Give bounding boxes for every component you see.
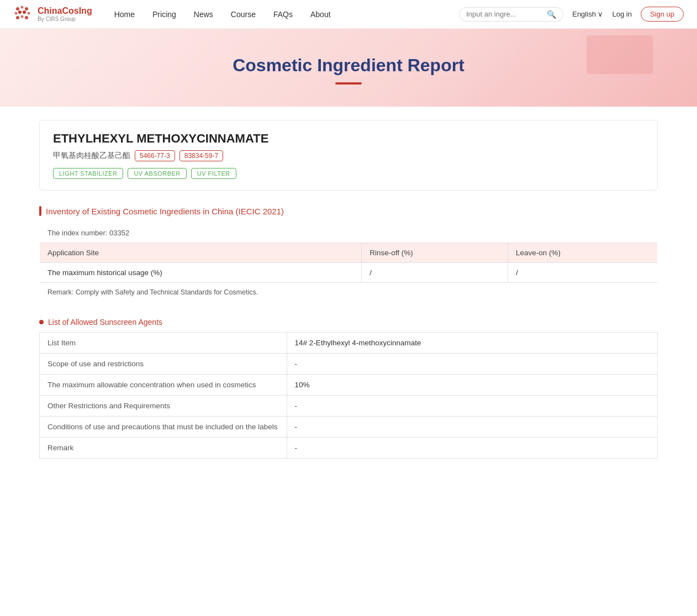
cas-badge-2: 83834-59-7 [179,150,223,161]
iecic-row1-rinseoff: / [362,263,508,283]
iecic-header-row: Application Site Rinse-off (%) Leave-on … [40,243,658,263]
tag-uv-absorber: UV ABSORBER [128,168,186,179]
iecic-row1-label: The maximum historical usage (%) [40,263,362,283]
sunscreen-row: Scope of use and restrictions - [40,354,658,375]
search-input[interactable] [466,10,543,18]
sunscreen-row-label: Conditions of use and precautions that m… [40,417,287,438]
login-button[interactable]: Log in [612,10,631,18]
nav-news[interactable]: News [194,10,213,19]
logo[interactable]: ChinaCosIng By CIRS Group [13,4,92,24]
svg-point-7 [16,16,19,19]
nav-pricing[interactable]: Pricing [152,10,176,19]
iecic-col2-header: Rinse-off (%) [362,243,508,263]
svg-point-9 [25,16,28,19]
iecic-index-row: The index number: 03352 [40,223,658,243]
sunscreen-row-value: - [287,417,657,438]
hero-banner: Cosmetic Ingredient Report [0,29,697,107]
ingredient-chinese-name: 甲氧基肉桂酸乙基己酯 [53,151,130,161]
sunscreen-table: List Item 14# 2-Ethylhexyl 4-methoxycinn… [39,332,658,459]
iecic-col1-header: Application Site [40,243,362,263]
sunscreen-row-label: The maximum allowable concentration when… [40,375,287,396]
nav-home[interactable]: Home [114,10,135,19]
svg-point-1 [21,6,24,8]
bullet-dot-icon [39,320,44,324]
navbar: ChinaCosIng By CIRS Group Home Pricing N… [0,0,697,29]
section-title-bar [39,206,41,216]
logo-icon [13,4,33,24]
nav-faqs[interactable]: FAQs [273,10,293,19]
sunscreen-row-label: Other Restrictions and Requirements [40,396,287,417]
main-content: ETHYLHEXYL METHOXYCINNAMATE 甲氧基肉桂酸乙基己酯 5… [28,107,669,487]
svg-point-3 [15,12,18,14]
sunscreen-row: Conditions of use and precautions that m… [40,417,658,438]
sunscreen-row-value: - [287,438,657,459]
nav-about[interactable]: About [310,10,331,19]
hero-underline [335,82,362,85]
svg-point-8 [21,15,24,18]
logo-sub: By CIRS Group [38,16,92,22]
sunscreen-row: The maximum allowable concentration when… [40,375,658,396]
sunscreen-row-label: List Item [40,333,287,354]
sunscreen-row-value: 10% [287,375,657,396]
ingredient-name: ETHYLHEXYL METHOXYCINNAMATE [53,131,644,146]
nav-links: Home Pricing News Course FAQs About [114,10,460,19]
iecic-remark: Remark: Comply with Safety and Technical… [40,283,658,302]
cas-badge-1: 5466-77-3 [135,150,175,161]
iecic-section: Inventory of Existing Cosmetic Ingredien… [39,206,658,302]
sunscreen-row: List Item 14# 2-Ethylhexyl 4-methoxycinn… [40,333,658,354]
iecic-section-title: Inventory of Existing Cosmetic Ingredien… [39,206,658,216]
svg-point-2 [25,7,28,10]
ingredient-card: ETHYLHEXYL METHOXYCINNAMATE 甲氧基肉桂酸乙基己酯 5… [39,120,658,191]
svg-point-4 [18,10,22,14]
search-icon: 🔍 [547,10,556,19]
iecic-table: The index number: 03352 Application Site… [39,223,658,302]
language-selector[interactable]: English ∨ [572,10,603,18]
sunscreen-section: List of Allowed Sunscreen Agents List It… [39,318,658,459]
search-box[interactable]: 🔍 [459,7,563,22]
sunscreen-row-label: Scope of use and restrictions [40,354,287,375]
hero-title: Cosmetic Ingredient Report [0,55,697,76]
sunscreen-row-value: - [287,396,657,417]
svg-point-0 [16,7,19,10]
sunscreen-row: Remark - [40,438,658,459]
sunscreen-section-title: List of Allowed Sunscreen Agents [39,318,658,327]
sunscreen-row-value: - [287,354,657,375]
iecic-col3-header: Leave-on (%) [508,243,657,263]
sunscreen-row-label: Remark [40,438,287,459]
tag-uv-filter: UV FILTER [191,168,236,179]
sunscreen-row-value: 14# 2-Ethylhexyl 4-methoxycinnamate [287,333,657,354]
sunscreen-row: Other Restrictions and Requirements - [40,396,658,417]
iecic-row1-leaveon: / [508,263,657,283]
tag-light-stabilizer: LIGHT STABILIZER [53,168,123,179]
iecic-data-row: The maximum historical usage (%) / / [40,263,658,283]
iecic-remark-row: Remark: Comply with Safety and Technical… [40,283,658,302]
nav-actions: 🔍 English ∨ Log in Sign up [459,7,684,22]
nav-course[interactable]: Course [231,10,256,19]
ingredient-tags: LIGHT STABILIZER UV ABSORBER UV FILTER [53,168,644,179]
ingredient-chinese-row: 甲氧基肉桂酸乙基己酯 5466-77-3 83834-59-7 [53,150,644,161]
signup-button[interactable]: Sign up [641,7,684,22]
svg-point-5 [23,10,26,14]
svg-point-6 [28,12,30,14]
iecic-index-number: The index number: 03352 [40,223,658,243]
logo-name: ChinaCosIng [38,6,92,16]
